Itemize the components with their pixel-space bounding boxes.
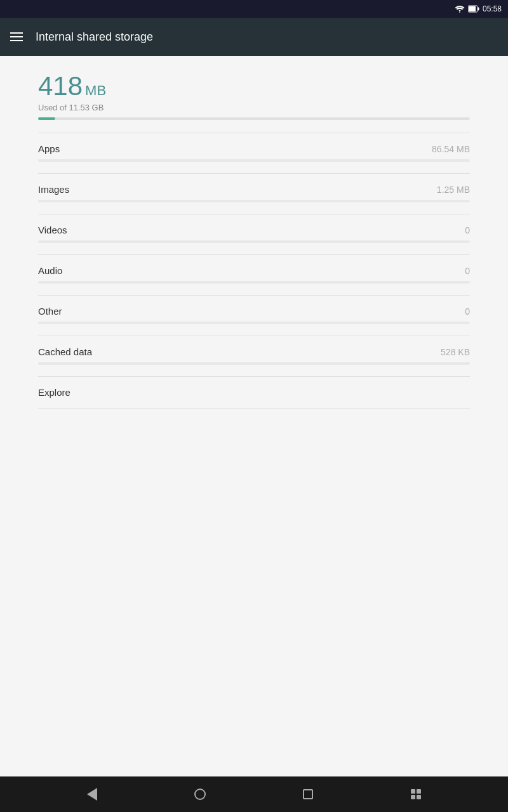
storage-progress-bar xyxy=(38,117,470,120)
storage-item-explore[interactable]: Explore xyxy=(38,377,470,408)
app-bar-title: Internal shared storage xyxy=(36,30,153,44)
videos-bar xyxy=(38,240,470,243)
storage-unit: MB xyxy=(85,82,106,99)
battery-icon xyxy=(468,5,479,13)
apps-bar xyxy=(38,159,470,162)
cached-label: Cached data xyxy=(38,346,92,357)
recents-button[interactable] xyxy=(293,779,323,809)
back-icon xyxy=(87,788,97,801)
apps-label: Apps xyxy=(38,143,60,154)
videos-label: Videos xyxy=(38,225,67,235)
svg-rect-1 xyxy=(469,6,476,11)
divider-7 xyxy=(38,408,470,409)
videos-value: 0 xyxy=(465,225,470,235)
explore-label: Explore xyxy=(38,387,70,398)
wifi-icon xyxy=(455,5,465,13)
status-time: 05:58 xyxy=(483,4,502,13)
storage-item-videos[interactable]: Videos 0 xyxy=(38,214,470,254)
back-button[interactable] xyxy=(77,779,107,809)
other-label: Other xyxy=(38,306,62,317)
svg-rect-2 xyxy=(478,8,479,11)
other-bar xyxy=(38,322,470,324)
storage-progress-fill xyxy=(38,117,55,120)
storage-item-cached[interactable]: Cached data 528 KB xyxy=(38,336,470,376)
storage-item-apps[interactable]: Apps 86.54 MB xyxy=(38,133,470,173)
storage-size: 418 MB xyxy=(38,71,470,102)
cached-bar xyxy=(38,362,470,365)
menu-button[interactable] xyxy=(10,32,23,41)
storage-header: 418 MB Used of 11.53 GB xyxy=(38,71,470,120)
main-content: 418 MB Used of 11.53 GB Apps 86.54 MB Im… xyxy=(0,56,508,776)
storage-item-audio[interactable]: Audio 0 xyxy=(38,255,470,295)
audio-value: 0 xyxy=(465,266,470,276)
other-value: 0 xyxy=(465,306,470,317)
audio-bar xyxy=(38,281,470,284)
grid-button[interactable] xyxy=(401,779,431,809)
grid-icon xyxy=(411,789,421,799)
status-icons: 05:58 xyxy=(455,4,502,13)
home-icon xyxy=(194,789,206,800)
nav-bar xyxy=(0,776,508,812)
images-bar xyxy=(38,200,470,202)
storage-item-other[interactable]: Other 0 xyxy=(38,296,470,336)
status-bar: 05:58 xyxy=(0,0,508,18)
home-button[interactable] xyxy=(185,779,215,809)
audio-label: Audio xyxy=(38,265,62,276)
app-bar: Internal shared storage xyxy=(0,18,508,56)
storage-item-images[interactable]: Images 1.25 MB xyxy=(38,174,470,214)
storage-number: 418 xyxy=(38,71,83,102)
images-value: 1.25 MB xyxy=(437,185,470,195)
cached-value: 528 KB xyxy=(441,347,470,357)
storage-items-list: Apps 86.54 MB Images 1.25 MB Videos 0 xyxy=(38,133,470,409)
storage-used-text: Used of 11.53 GB xyxy=(38,103,470,112)
images-label: Images xyxy=(38,184,69,195)
apps-value: 86.54 MB xyxy=(432,144,470,154)
recents-icon xyxy=(303,789,313,799)
